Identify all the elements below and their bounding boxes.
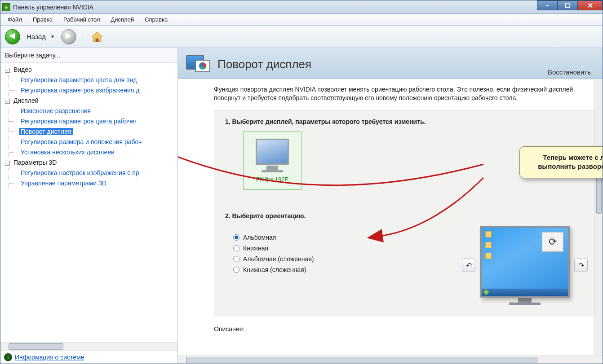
monitor-icon [256, 139, 289, 165]
rotate-display-icon [186, 53, 211, 76]
back-button[interactable]: ⯇ [5, 29, 20, 44]
titlebar[interactable]: Панель управления NVIDIA – ☐ ✕ [0, 0, 603, 14]
maximize-button[interactable]: ☐ [557, 0, 578, 10]
system-info-link[interactable]: Информация о системе [15, 354, 84, 361]
radio-landscape-flipped[interactable]: Альбомная (сложенная) [233, 255, 314, 263]
menu-file[interactable]: Файл [3, 15, 27, 24]
radio-landscape-flipped-label: Альбомная (сложенная) [243, 255, 314, 263]
tree-link-desktop-color[interactable]: Регулировка параметров цвета рабочег [19, 118, 138, 125]
sidebar: Выберите задачу... − Видео Регулировка п… [0, 48, 178, 364]
tree-link-video-color[interactable]: Регулировка параметров цвета для вид [19, 76, 138, 83]
content-hscrollbar[interactable] [178, 355, 603, 364]
menubar: Файл Правка Рабочий стол Дисплей Справка [0, 14, 603, 26]
preview-monitor: ⟳ [480, 226, 570, 298]
menu-desktop[interactable]: Рабочий стол [59, 15, 105, 24]
tree-cat-display[interactable]: Дисплей [13, 97, 39, 104]
content-header: Поворот дисплея Восстановить [178, 48, 603, 79]
back-history-caret[interactable]: ▼ [50, 34, 55, 39]
tree-toggle-display[interactable]: − [5, 99, 10, 104]
info-icon: i [4, 353, 12, 361]
menu-edit[interactable]: Правка [28, 15, 57, 24]
app-window: Панель управления NVIDIA – ☐ ✕ Файл Прав… [0, 0, 603, 364]
page-title: Поворот дисплея [217, 57, 311, 71]
radio-portrait[interactable]: Книжная [233, 245, 314, 252]
description-label: Описание: [214, 325, 597, 333]
content-area: Поворот дисплея Восстановить Функция пов… [178, 48, 603, 364]
page-description: Функция поворота дисплея NVIDIA позволяе… [214, 85, 597, 102]
tree-toggle-video[interactable]: − [5, 68, 10, 73]
settings-panel: 1. Выберите дисплей, параметры которого … [214, 110, 597, 316]
tree-link-3d-manage[interactable]: Управление параметрами 3D [19, 180, 108, 187]
restore-link[interactable]: Восстановить [548, 68, 591, 76]
content-body: Функция поворота дисплея NVIDIA позволяе… [178, 79, 603, 355]
annotation-callout: Теперь можете с легкостью выполнить разв… [519, 146, 603, 178]
radio-landscape[interactable]: Альбомная [233, 234, 314, 241]
rotate-cw-button[interactable]: ↷ [574, 259, 588, 272]
close-button[interactable]: ✕ [577, 0, 603, 10]
tree-link-video-image[interactable]: Регулировка параметров изображения д [19, 87, 141, 94]
rotate-ccw-button[interactable]: ↶ [462, 259, 475, 272]
minimize-button[interactable]: – [537, 0, 558, 10]
sidebar-hscrollbar[interactable] [0, 342, 177, 350]
task-tree: − Видео Регулировка параметров цвета для… [0, 63, 177, 342]
toolbar-separator [83, 29, 83, 45]
rotate-tool-icon: ⟳ [542, 232, 563, 252]
radio-portrait-flipped-label: Книжная (сложенная) [243, 266, 306, 273]
tree-link-multi-display[interactable]: Установка нескольких дисплеев [19, 149, 116, 156]
display-selector[interactable]: Philips 192E [243, 132, 302, 190]
back-label: Назад [27, 33, 46, 40]
sidebar-title: Выберите задачу... [0, 48, 177, 63]
sidebar-footer: i Информация о системе [0, 350, 177, 364]
step1-title: 1. Выберите дисплей, параметры которого … [225, 118, 588, 125]
step2-title: 2. Выберите ориентацию. [225, 212, 588, 219]
tree-toggle-3d[interactable]: − [5, 161, 10, 166]
content-vscrollbar[interactable] [594, 79, 603, 355]
radio-portrait-label: Книжная [243, 245, 268, 252]
window-title: Панель управления NVIDIA [13, 4, 93, 11]
radio-portrait-flipped[interactable]: Книжная (сложенная) [233, 266, 314, 273]
app-icon [2, 3, 10, 11]
toolbar: ⯇ Назад ▼ ⯈ [0, 26, 603, 48]
radio-landscape-label: Альбомная [243, 234, 276, 241]
tree-link-3d-image[interactable]: Регулировка настроек изображения с пр [19, 169, 141, 176]
tree-link-rotate-display[interactable]: Поворот дисплея [19, 128, 73, 135]
tree-link-size-position[interactable]: Регулировка размера и положения рабоч [19, 138, 143, 145]
menu-help[interactable]: Справка [140, 15, 172, 24]
display-name: Philips 192E [256, 176, 288, 183]
tree-cat-3d[interactable]: Параметры 3D [13, 159, 57, 166]
menu-display[interactable]: Дисплей [106, 15, 139, 24]
tree-cat-video[interactable]: Видео [13, 66, 32, 73]
forward-button[interactable]: ⯈ [61, 29, 76, 44]
orientation-preview: ↶ ⟳ [462, 226, 588, 305]
home-button[interactable] [89, 29, 105, 44]
orientation-radios: Альбомная Книжная Альбомная (сложенная) … [233, 230, 314, 277]
tree-link-resolution[interactable]: Изменение разрешения [19, 107, 93, 114]
svg-rect-0 [96, 39, 98, 42]
